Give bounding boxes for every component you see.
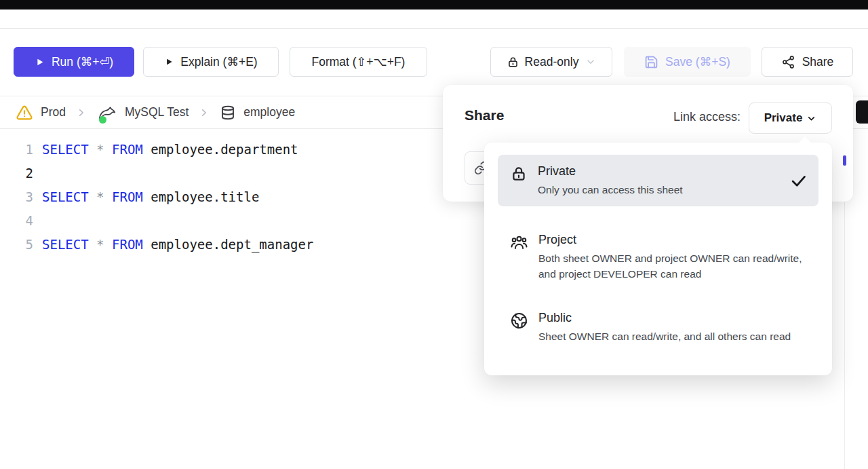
sql-statement: SELECT * FROM employee.department bbox=[42, 142, 298, 157]
option-title: Public bbox=[538, 310, 791, 326]
readonly-mode-dropdown[interactable]: Read-only bbox=[490, 47, 612, 77]
instance-status-dot bbox=[99, 116, 106, 124]
share-button-label: Share bbox=[802, 55, 834, 69]
editor-line[interactable]: 4 bbox=[0, 208, 448, 232]
warning-triangle-icon bbox=[16, 104, 33, 121]
editor-line[interactable]: 5 SELECT * FROM employee.dept_manager bbox=[0, 232, 448, 256]
environment-name: Prod bbox=[41, 105, 66, 119]
format-button-label: Format (⇧+⌥+F) bbox=[312, 55, 406, 69]
line-number: 3 bbox=[0, 189, 42, 204]
link-access-select[interactable]: Private bbox=[749, 102, 832, 134]
check-icon bbox=[789, 172, 808, 190]
option-description: Both sheet OWNER and project OWNER can r… bbox=[538, 250, 808, 282]
line-number: 4 bbox=[0, 213, 42, 228]
option-title: Project bbox=[538, 232, 808, 248]
link-access-value: Private bbox=[764, 111, 803, 125]
link-access-menu: Private Only you can access this sheet P… bbox=[484, 143, 832, 375]
share-network-icon bbox=[781, 55, 795, 69]
link-access-label: Link access: bbox=[673, 110, 741, 124]
globe-icon bbox=[510, 312, 528, 330]
share-dialog-title: Share bbox=[465, 107, 504, 124]
save-button-label: Save (⌘+S) bbox=[665, 55, 730, 69]
line-number: 5 bbox=[0, 237, 42, 252]
explain-button[interactable]: Explain (⌘+E) bbox=[143, 47, 279, 77]
sql-editor-screen: Run (⌘+⏎) Explain (⌘+E) Format (⇧+⌥+F) R… bbox=[0, 0, 868, 469]
copy-link-button-edge[interactable] bbox=[843, 155, 846, 166]
window-top-bar bbox=[0, 0, 868, 10]
editor-line[interactable]: 3 SELECT * FROM employee.title bbox=[0, 185, 448, 208]
run-button[interactable]: Run (⌘+⏎) bbox=[14, 47, 134, 77]
breadcrumb-database[interactable]: employee bbox=[220, 105, 295, 121]
sql-statement: SELECT * FROM employee.dept_manager bbox=[42, 237, 313, 252]
editor-line[interactable]: 2 bbox=[0, 161, 448, 185]
option-description: Sheet OWNER can read/write, and all othe… bbox=[538, 329, 791, 344]
toolbar-top-divider bbox=[0, 28, 868, 29]
play-icon bbox=[35, 57, 45, 67]
menu-item-private[interactable]: Private Only you can access this sheet bbox=[498, 155, 818, 206]
line-number: 1 bbox=[0, 142, 42, 157]
option-title: Private bbox=[538, 164, 683, 179]
menu-item-public[interactable]: Public Sheet OWNER can read/write, and a… bbox=[498, 310, 818, 344]
chevron-down-icon bbox=[806, 113, 816, 124]
readonly-label: Read-only bbox=[525, 55, 579, 69]
editor-line[interactable]: 1 SELECT * FROM employee.department bbox=[0, 137, 448, 161]
user-group-icon bbox=[510, 233, 528, 252]
explain-button-label: Explain (⌘+E) bbox=[180, 55, 257, 69]
lock-icon bbox=[507, 56, 519, 69]
menu-item-project[interactable]: Project Both sheet OWNER and project OWN… bbox=[498, 232, 818, 282]
save-button[interactable]: Save (⌘+S) bbox=[624, 47, 751, 77]
chevron-down-icon bbox=[585, 56, 596, 67]
database-name: employee bbox=[243, 105, 295, 119]
right-edge-dark-element bbox=[856, 100, 868, 124]
breadcrumb-instance[interactable]: MySQL Test bbox=[97, 103, 189, 122]
chevron-right-icon bbox=[198, 107, 210, 119]
line-number: 2 bbox=[0, 166, 42, 181]
instance-name: MySQL Test bbox=[125, 105, 189, 119]
sql-code-editor[interactable]: 1 SELECT * FROM employee.department 2 3 … bbox=[0, 137, 448, 256]
share-button[interactable]: Share bbox=[762, 47, 853, 77]
run-button-label: Run (⌘+⏎) bbox=[52, 55, 113, 69]
save-floppy-icon bbox=[644, 55, 658, 69]
breadcrumb-environment[interactable]: Prod bbox=[16, 104, 66, 121]
database-cylinder-icon bbox=[220, 105, 236, 121]
format-button[interactable]: Format (⇧+⌥+F) bbox=[290, 47, 427, 77]
mysql-dolphin-icon bbox=[97, 103, 117, 122]
lock-icon bbox=[510, 165, 528, 183]
play-icon bbox=[164, 57, 174, 67]
chevron-right-icon bbox=[75, 107, 87, 119]
option-description: Only you can access this sheet bbox=[538, 182, 683, 198]
sql-statement: SELECT * FROM employee.title bbox=[42, 189, 259, 204]
